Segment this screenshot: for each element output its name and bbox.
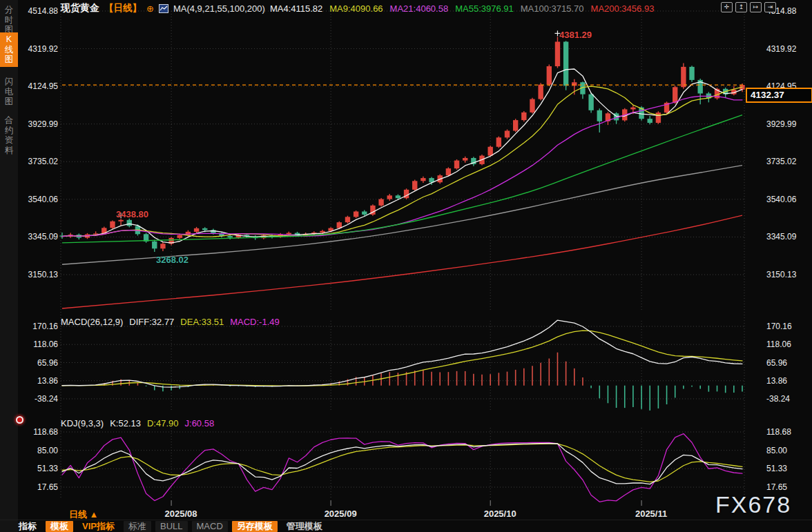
x-axis-scale-icon[interactable]: ↦ [750, 2, 762, 12]
toolbar-tab-0[interactable]: 指标 [14, 521, 41, 532]
macd-header: MACD(26,12,9) DIFF:32.77 DEA:33.51 MACD:… [61, 317, 280, 327]
y-axis-scale-icon[interactable]: ↥ [735, 2, 747, 12]
kdj-k-value: K:52.13 [110, 418, 141, 428]
ma-value: MA100:3715.70 [521, 3, 584, 14]
kdj-title: KDJ(9,3,3) [61, 418, 104, 428]
ma-settings-label: MA(4,9,21,55,100,200) [173, 3, 265, 14]
ma-value: MA9:4090.66 [329, 3, 383, 14]
toolbar-tab-2[interactable]: VIP指标 [77, 521, 119, 532]
current-price-tag: 4132.37 [746, 88, 812, 103]
line-chart-icon[interactable] [159, 4, 168, 13]
period-badge: 【日线】 [104, 2, 142, 14]
toolbar-tab-5[interactable]: MACD [192, 521, 228, 532]
macd-title: MACD(26,12,9) [61, 317, 123, 327]
ma-values: MA4:4115.82MA9:4090.66MA21:4060.58MA55:3… [270, 3, 654, 14]
kdj-d-value: D:47.90 [147, 418, 179, 428]
pan-icon[interactable]: ✛ [721, 2, 733, 12]
ma-value: MA55:3976.91 [455, 3, 514, 14]
kdj-header: KDJ(9,3,3) K:52.13 D:47.90 J:60.58 [61, 418, 214, 428]
ma-value: MA200:3456.93 [591, 3, 655, 14]
chart-canvas[interactable] [0, 0, 812, 532]
toolbar-tab-3[interactable]: 标准 [124, 521, 151, 532]
chart-header: 现货黄金 【日线】 ⊕ MA(4,9,21,55,100,200) MA4:41… [61, 2, 654, 14]
macd-value: MACD:-1.49 [230, 317, 280, 327]
ma-value: MA21:4060.58 [390, 3, 449, 14]
symbol-name: 现货黄金 [61, 2, 99, 14]
watermark: FX678 [715, 491, 791, 518]
bottom-toolbar: 指标模板VIP指标标准BULLMACD另存模板管理模板 [14, 521, 327, 532]
toolbar-tab-6[interactable]: 另存模板 [232, 521, 278, 532]
chart-toolbar-icons: ✛↥↦⇥ [718, 2, 776, 12]
toolbar-tab-4[interactable]: BULL [155, 521, 188, 532]
kdj-j-value: J:60.58 [185, 418, 215, 428]
peak-price-annotation: 4381.29 [559, 30, 592, 40]
trading-app: 分 时 图K 线 图闪 电 图合 约 资 料 现货黄金 【日线】 ⊕ MA(4,… [0, 0, 812, 532]
ma-value: MA4:4115.82 [270, 3, 322, 14]
local-high-annotation: 3438.80 [116, 209, 148, 219]
toolbar-tab-7[interactable]: 管理模板 [282, 521, 327, 532]
macd-diff-value: DIFF:32.77 [129, 317, 174, 327]
add-indicator-icon[interactable]: ⊕ [146, 3, 154, 14]
toolbar-tab-1[interactable]: 模板 [46, 521, 73, 532]
macd-dea-value: DEA:33.51 [180, 317, 224, 327]
shift-right-icon[interactable]: ⇥ [764, 2, 776, 12]
local-low-annotation: 3268.02 [156, 255, 188, 265]
